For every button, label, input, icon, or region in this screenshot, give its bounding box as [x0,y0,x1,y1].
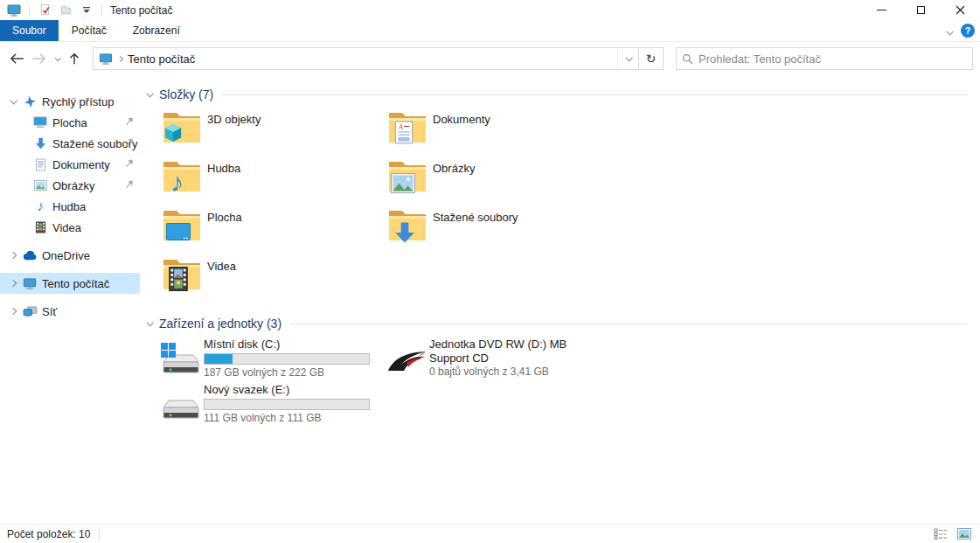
this-pc-app-icon[interactable] [5,2,23,19]
toolbar-separator [101,4,102,17]
drive-label: Jednotka DVD RW (D:) MB Support CD [429,338,592,365]
tab-computer[interactable]: Počítač [59,20,120,41]
folder-tile-music[interactable]: ♪ Hudba [162,157,387,206]
large-icons-view-icon[interactable] [956,526,973,542]
quick-access-toolbar [0,2,105,19]
document-icon [31,158,49,171]
drive-free-space: 111 GB volných z 111 GB [204,412,375,425]
folder-label: Videa [207,260,236,304]
folder-tile-documents[interactable]: A Dokumenty [387,108,613,157]
folder-icon [387,157,427,194]
chevron-right-icon[interactable] [5,281,21,286]
navigation-bar: Tento počítač ↻ [0,42,980,75]
sidebar-item-label: Hudba [52,200,86,213]
sidebar-item-onedrive[interactable]: OneDrive [0,245,140,266]
sidebar-item-desktop[interactable]: Plocha [0,112,140,133]
pin-icon [125,116,135,126]
refresh-button[interactable]: ↻ [639,47,664,70]
search-box[interactable] [676,47,973,70]
forward-button[interactable] [28,47,51,70]
items-count: Počet položek: 10 [7,528,90,540]
folders-grid: 3D objekty A Dokumenty ♪ Hudba [147,108,824,304]
pin-icon [125,137,135,147]
group-header-folders[interactable]: Složky (7) [147,87,971,101]
capacity-bar-fill [205,354,233,364]
music-note-icon: ♪ [170,170,184,196]
folder-tile-desktop[interactable]: Plocha [162,206,387,255]
customize-quick-access-icon[interactable] [78,2,95,19]
folder-icon [162,206,202,243]
drive-tile-c[interactable]: Místní disk (C:) 187 GB volných z 222 GB [162,338,387,383]
drive-tile-dvd[interactable]: Jednotka DVD RW (D:) MB Support CD 0 baj… [387,338,613,383]
sidebar-item-label: Tento počítač [42,277,109,290]
folder-tile-3d-objects[interactable]: 3D objekty [162,108,387,157]
drive-free-space: 187 GB volných z 222 GB [204,366,375,379]
picture-icon [31,180,49,191]
sidebar-item-label: Plocha [52,116,87,129]
rog-dvd-icon [387,343,427,378]
sidebar-item-pictures[interactable]: Obrázky [0,175,140,196]
drive-label: Místní disk (C:) [204,338,375,352]
sidebar-item-this-pc[interactable]: Tento počítač [0,273,140,294]
pin-icon [125,158,135,168]
collapse-group-icon[interactable] [146,90,153,97]
maximize-button[interactable] [901,0,941,20]
new-folder-icon[interactable] [57,2,74,19]
folder-tile-videos[interactable]: Videa [162,255,387,304]
folder-icon: ♪ [162,157,202,194]
sidebar-item-videos[interactable]: Videa [0,217,140,238]
properties-icon[interactable] [36,2,53,19]
folder-label: Plocha [207,211,242,255]
details-view-icon[interactable] [931,526,949,542]
drive-tile-e[interactable]: Nový svazek (E:) 111 GB volných z 111 GB [162,383,387,428]
drive-label: Nový svazek (E:) [204,383,375,397]
breadcrumb: Tento počítač [99,52,195,66]
address-dropdown-icon[interactable] [617,48,638,69]
sidebar-item-label: Síť [42,305,57,318]
sidebar-item-quick-access[interactable]: Rychlý přístup [0,91,140,112]
3d-cube-icon [162,122,184,144]
minimize-button[interactable] [862,0,901,20]
this-pc-icon [21,277,38,290]
folder-tile-pictures[interactable]: Obrázky [387,157,613,206]
collapse-group-icon[interactable] [146,319,153,326]
hard-drive-icon [162,388,202,423]
window-controls [862,0,980,20]
document-icon: A [394,121,414,144]
up-button[interactable] [63,47,86,70]
tab-file[interactable]: Soubor [0,20,59,41]
tab-view[interactable]: Zobrazení [120,20,193,41]
chevron-right-icon[interactable] [5,253,21,258]
drive-free-space: 0 bajtů volných z 3,41 GB [429,365,601,379]
title-bar: Tento počítač [0,0,980,20]
expand-ribbon-icon[interactable] [947,24,952,38]
folder-tile-downloads[interactable]: Stažené soubory [387,206,613,255]
recent-locations-icon[interactable] [51,47,63,70]
network-icon [21,306,38,317]
group-title: Složky (7) [159,87,213,101]
search-input[interactable] [699,52,967,66]
breadcrumb-chevron-icon[interactable] [117,55,123,61]
desktop-monitor-icon [166,223,191,241]
close-button[interactable] [941,0,980,20]
folder-label: 3D objekty [207,113,261,157]
address-bar[interactable]: Tento počítač [93,47,639,70]
group-title: Zařízení a jednotky (3) [159,317,281,331]
folder-icon [162,108,202,145]
breadcrumb-location[interactable]: Tento počítač [128,52,195,66]
chevron-right-icon[interactable] [5,309,21,314]
film-strip-icon [31,221,49,233]
help-icon[interactable]: ? [961,24,975,38]
download-arrow-icon [394,221,415,244]
hard-drive-icon [162,343,202,378]
folder-icon: A [387,108,427,145]
folder-icon [162,255,202,292]
folder-label: Obrázky [433,162,475,206]
group-header-devices[interactable]: Zařízení a jednotky (3) [147,317,971,331]
sidebar-item-downloads[interactable]: Stažené soubory [0,133,140,154]
sidebar-item-documents[interactable]: Dokumenty [0,154,140,175]
sidebar-item-music[interactable]: ♪ Hudba [0,196,140,217]
back-button[interactable] [5,47,28,70]
chevron-down-icon[interactable] [5,99,21,104]
sidebar-item-network[interactable]: Síť [0,301,140,322]
